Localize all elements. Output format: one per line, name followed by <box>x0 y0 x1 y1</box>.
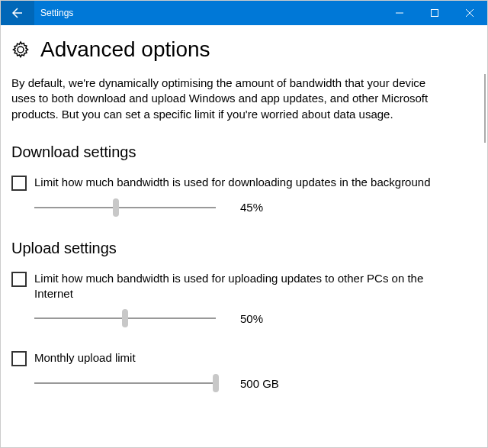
monthly-upload-slider[interactable] <box>34 374 216 392</box>
download-bandwidth-slider[interactable] <box>34 198 216 217</box>
minimize-icon <box>396 9 403 17</box>
download-limit-checkbox[interactable] <box>11 176 27 191</box>
upload-bandwidth-slider[interactable] <box>34 309 216 327</box>
arrow-left-icon <box>11 7 24 19</box>
page-header: Advanced options <box>11 37 477 62</box>
window-title: Settings <box>40 8 382 18</box>
download-slider-row: 45% <box>34 198 477 217</box>
monthly-slider-value: 500 GB <box>240 377 279 390</box>
monthly-slider-row: 500 GB <box>34 374 477 392</box>
slider-thumb[interactable] <box>122 309 128 327</box>
close-button[interactable] <box>452 1 487 25</box>
window-controls <box>382 1 487 25</box>
upload-slider-row: 50% <box>34 309 477 327</box>
download-slider-value: 45% <box>240 201 263 214</box>
monthly-limit-row: Monthly upload limit <box>11 350 477 366</box>
page-title: Advanced options <box>40 37 210 62</box>
download-limit-label: Limit how much bandwidth is used for dow… <box>34 175 431 190</box>
close-icon <box>466 9 474 17</box>
maximize-button[interactable] <box>417 1 452 25</box>
upload-limit-row: Limit how much bandwidth is used for upl… <box>11 271 477 302</box>
maximize-icon <box>431 9 438 17</box>
content-area: Advanced options By default, we're dynam… <box>1 25 487 447</box>
download-limit-row: Limit how much bandwidth is used for dow… <box>11 175 477 191</box>
gear-icon <box>11 40 30 59</box>
slider-thumb[interactable] <box>213 374 219 392</box>
page-description: By default, we're dynamically optimising… <box>11 76 438 122</box>
monthly-limit-checkbox[interactable] <box>11 351 27 366</box>
minimize-button[interactable] <box>382 1 417 25</box>
upload-settings-heading: Upload settings <box>11 240 477 257</box>
slider-track <box>34 382 216 384</box>
scrollbar[interactable] <box>484 74 486 143</box>
slider-thumb[interactable] <box>113 198 119 217</box>
monthly-limit-label: Monthly upload limit <box>34 350 136 366</box>
back-button[interactable] <box>1 1 34 25</box>
svg-rect-0 <box>432 10 438 17</box>
upload-limit-checkbox[interactable] <box>11 272 27 287</box>
download-settings-heading: Download settings <box>11 143 477 161</box>
titlebar: Settings <box>1 1 487 25</box>
upload-limit-label: Limit how much bandwidth is used for upl… <box>34 271 461 302</box>
upload-slider-value: 50% <box>240 312 263 325</box>
slider-track <box>34 207 216 208</box>
